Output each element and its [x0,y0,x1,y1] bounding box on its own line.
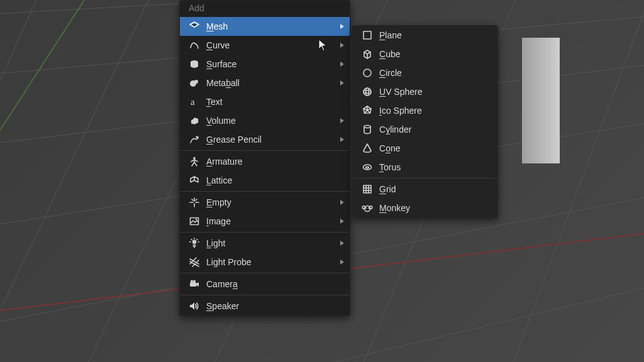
mesh-icon [189,21,200,32]
mesh-item-cone[interactable]: Cone [353,139,497,158]
svg-rect-29 [364,31,371,39]
svg-text:a: a [191,97,195,107]
add-item-label: Curve [206,40,341,50]
mesh-item-label: Circle [379,68,489,78]
menu-separator [353,178,497,178]
add-item-label: Grease Pencil [206,134,341,145]
circle-icon [362,67,373,79]
volume-icon [189,115,200,126]
svg-rect-37 [364,185,371,193]
armature-icon [189,156,200,167]
svg-point-34 [364,126,370,128]
mesh-item-label: Ico Sphere [379,106,489,116]
add-item-lattice[interactable]: Lattice [180,171,350,190]
add-item-volume[interactable]: Volume [180,111,350,130]
svg-line-21 [192,162,194,166]
add-item-empty[interactable]: Empty [180,193,350,212]
svg-point-30 [364,69,371,77]
speaker-icon [189,300,200,312]
svg-point-33 [366,88,369,96]
add-item-mesh[interactable]: Mesh [180,17,350,36]
svg-point-27 [191,280,193,283]
submenu-arrow-icon [340,193,345,212]
mesh-item-label: UV Sphere [379,87,489,97]
add-menu[interactable]: Add MeshCurveSurfaceMetaballaTextVolumeG… [179,0,350,316]
mesh-item-uvsphere[interactable]: UV Sphere [353,82,497,101]
submenu-arrow-icon [340,17,345,36]
add-item-surface[interactable]: Surface [180,55,350,74]
menu-separator [180,191,350,192]
default-cube[interactable] [522,38,560,163]
menu-separator [180,295,350,295]
submenu-arrow-icon [340,130,345,149]
add-item-speaker[interactable]: Speaker [180,297,350,315]
add-item-lightprobe[interactable]: Light Probe [180,253,350,272]
empty-icon [189,197,200,208]
submenu-arrow-icon [340,234,345,253]
add-item-text[interactable]: aText [180,92,350,111]
mesh-item-label: Grid [379,184,489,194]
mesh-item-grid[interactable]: Grid [353,180,497,199]
add-item-label: Lattice [206,175,341,185]
curve-icon [189,40,200,51]
cube-icon [362,48,373,60]
add-item-label: Armature [206,156,341,167]
svg-point-40 [369,206,372,209]
add-item-label: Light Probe [206,257,341,267]
text-icon: a [189,96,200,107]
mesh-item-label: Cylinder [379,124,489,134]
mesh-item-label: Torus [379,162,489,172]
mesh-item-circle[interactable]: Circle [353,63,497,82]
menu-separator [180,232,350,233]
add-item-metaball[interactable]: Metaball [180,74,350,92]
mesh-item-label: Monkey [379,203,489,213]
add-item-label: Light [206,238,341,248]
svg-point-41 [365,207,367,209]
submenu-arrow-icon [340,253,345,272]
monkey-icon [362,202,373,214]
submenu-arrow-icon [340,74,345,92]
add-item-label: Image [206,216,341,226]
svg-rect-26 [190,282,196,287]
mesh-item-label: Cone [379,143,489,153]
add-item-camera[interactable]: Camera [180,275,350,293]
submenu-arrow-icon [340,212,345,231]
grease-pencil-icon [189,134,200,145]
svg-point-42 [368,207,369,209]
submenu-arrow-icon [340,55,345,74]
menu-separator [180,273,350,273]
mesh-item-cube[interactable]: Cube [353,45,497,63]
svg-line-22 [194,162,197,166]
plane-icon [362,30,373,41]
add-item-label: Camera [206,279,341,289]
mesh-item-icosphere[interactable]: Ico Sphere [353,101,497,120]
mesh-item-torus[interactable]: Torus [353,158,497,177]
ico-sphere-icon [362,105,373,116]
mesh-item-cylinder[interactable]: Cylinder [353,120,497,139]
mesh-item-monkey[interactable]: Monkey [353,199,497,217]
cone-icon [362,143,373,154]
add-item-grease[interactable]: Grease Pencil [180,130,350,149]
svg-point-31 [364,88,371,96]
add-item-image[interactable]: Image [180,212,350,231]
grid-icon [362,184,373,195]
add-item-armature[interactable]: Armature [180,152,350,171]
svg-point-28 [193,280,196,283]
svg-point-32 [364,90,371,94]
mesh-item-plane[interactable]: Plane [353,26,497,45]
metaball-icon [189,77,200,89]
svg-point-39 [362,206,365,209]
add-item-light[interactable]: Light [180,234,350,253]
add-item-label: Text [206,97,341,107]
mesh-submenu[interactable]: PlaneCubeCircleUV SphereIco SphereCylind… [352,25,498,218]
add-item-label: Metaball [206,78,341,88]
submenu-arrow-icon [340,111,345,130]
camera-icon [189,278,200,290]
add-item-curve[interactable]: Curve [180,36,350,55]
menu-separator [180,150,350,151]
light-probe-icon [189,256,200,268]
svg-point-15 [194,80,198,84]
torus-icon [362,162,373,173]
mesh-item-label: Cube [379,49,489,59]
submenu-arrow-icon [340,36,345,55]
